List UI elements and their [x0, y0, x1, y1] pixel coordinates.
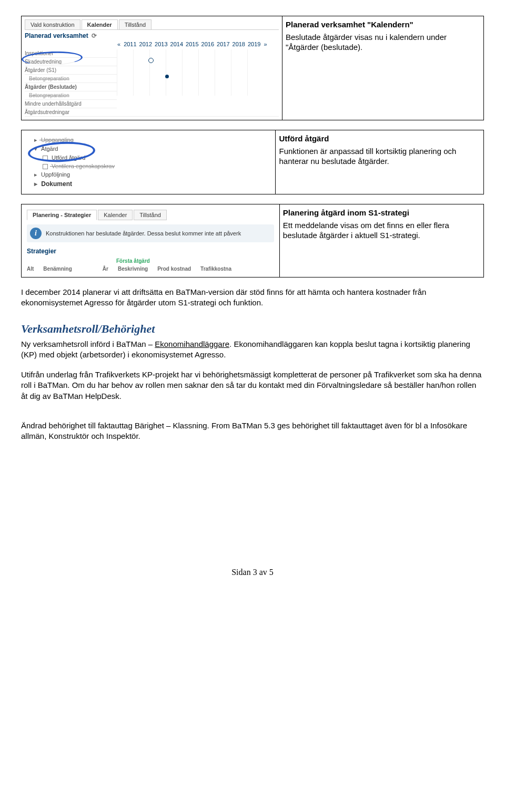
document-icon — [43, 164, 48, 169]
year-nav: « 2011 2012 2013 2014 2015 2016 2017 201… — [117, 41, 279, 47]
paragraph-1: I december 2014 planerar vi att driftsät… — [21, 287, 484, 309]
col-header: Alt — [27, 266, 34, 272]
screenshot-3: Planering - Strategier Kalender Tillstån… — [25, 208, 276, 274]
row-1-body: Beslutade åtgärder visas nu i kalendern … — [286, 32, 480, 53]
screenshot-2: ▸ Uppgangling ▾ Åtgärd Utförd åtgärd Ven… — [25, 133, 272, 191]
row-label: Åtgärder (S1) — [25, 66, 117, 75]
year[interactable]: 2015 — [186, 41, 198, 47]
col-header: Prod kostnad — [157, 266, 191, 272]
column-headers: Alt Benämning År Beskrivning Prod kostna… — [27, 266, 274, 272]
tab-tillstand[interactable]: Tillstånd — [119, 19, 152, 29]
row-label: Åtgärdsutredningar — [25, 108, 117, 117]
tabs-row: Vald konstruktion Kalender Tillstånd — [25, 19, 279, 30]
row-label-sub: Betongreparation — [25, 91, 117, 100]
tabs-row: Planering - Strategier Kalender Tillstån… — [27, 210, 274, 220]
row-2-body: Funktionen är anpassad till kortsiktig p… — [279, 146, 480, 167]
section-heading-verksamhetsroll: Verksamhetsroll/Behörighet — [21, 322, 484, 336]
calendar-grid: Inspektioner Skadeutredning Åtgärder (S1… — [25, 49, 279, 117]
tree-item-dokument[interactable]: ▸ Dokument — [27, 179, 270, 189]
year[interactable]: 2019 — [248, 41, 260, 47]
year[interactable]: 2011 — [124, 41, 136, 47]
strategier-heading: Strategier — [27, 248, 274, 255]
chevron-right-icon: ▸ — [34, 180, 39, 188]
row-3-screenshot-cell: Planering - Strategier Kalender Tillstån… — [22, 204, 280, 277]
subheading: Första åtgärd — [116, 258, 274, 264]
row-3-title: Planering åtgärd inom S1-strategi — [283, 208, 409, 217]
year[interactable]: 2013 — [155, 41, 167, 47]
row-2-text-cell: Utförd åtgärd Funktionen är anpassad til… — [276, 130, 484, 194]
row-1-table: Vald konstruktion Kalender Tillstånd Pla… — [21, 16, 484, 120]
year[interactable]: 2018 — [233, 41, 245, 47]
row-3-body: Ett meddelande visas om det finns en ell… — [283, 220, 480, 241]
row-2-table: ▸ Uppgangling ▾ Åtgärd Utförd åtgärd Ven… — [21, 130, 484, 194]
paragraph-2: Ny verksamhetsroll införd i BaTMan – Eko… — [21, 339, 484, 361]
tree-item[interactable]: ▸ Uppföljning — [27, 170, 270, 179]
col-header: Beskrivning — [118, 266, 148, 272]
row-2-screenshot-cell: ▸ Uppgangling ▾ Åtgärd Utförd åtgärd Ven… — [22, 130, 276, 194]
year[interactable]: 2017 — [217, 41, 229, 47]
row-1-screenshot-cell: Vald konstruktion Kalender Tillstånd Pla… — [22, 16, 282, 120]
col-header: Trafikkostna — [200, 266, 231, 272]
year[interactable]: 2012 — [139, 41, 152, 47]
year[interactable]: 2016 — [201, 41, 214, 47]
chevron-right-icon: ▸ — [34, 171, 39, 178]
year-prev[interactable]: « — [117, 41, 120, 47]
row-2-title: Utförd åtgärd — [279, 134, 329, 143]
row-label-sub: Betongreparation — [25, 75, 117, 83]
screenshot-1: Vald konstruktion Kalender Tillstånd Pla… — [25, 19, 279, 117]
tab-kalender[interactable]: Kalender — [82, 19, 118, 29]
row-3-text-cell: Planering åtgärd inom S1-strategi Ett me… — [279, 204, 483, 277]
tab-tillstand[interactable]: Tillstånd — [134, 210, 167, 220]
tab-vald-konstruktion[interactable]: Vald konstruktion — [25, 19, 80, 29]
info-icon: i — [30, 228, 42, 239]
marker-open-icon — [148, 58, 154, 63]
planerad-verksamhet-heading: Planerad verksamhet ⟳ — [25, 32, 279, 39]
paragraph-3: Utifrån underlag från Trafikverkets KP-p… — [21, 369, 484, 402]
row-3-table: Planering - Strategier Kalender Tillstån… — [21, 204, 484, 277]
year-next[interactable]: » — [264, 41, 267, 47]
info-message: i Konstruktionen har beslutade åtgärder.… — [27, 224, 274, 242]
row-1-title: Planerad verksamhet "Kalendern" — [286, 20, 413, 29]
col-header: Benämning — [43, 266, 72, 272]
chevron-right-icon: ▸ — [34, 137, 39, 143]
row-label-beslutade: Åtgärder (Beslutade) — [25, 83, 117, 91]
col-header: År — [103, 266, 108, 272]
page-footer: Sidan 3 av 5 — [21, 568, 484, 577]
tab-planering-strategier[interactable]: Planering - Strategier — [27, 210, 97, 220]
marker-filled-icon — [165, 75, 169, 78]
paragraph-4: Ändrad behörighet till faktauttag Bärigh… — [21, 420, 484, 442]
refresh-icon[interactable]: ⟳ — [92, 32, 97, 39]
year[interactable]: 2014 — [170, 41, 183, 47]
tree-item[interactable]: Ventilera egenskapskrav — [27, 162, 270, 170]
row-label: Mindre underhållsåtgärd — [25, 100, 117, 108]
info-text: Konstruktionen har beslutade åtgärder. D… — [46, 230, 241, 237]
tab-kalender[interactable]: Kalender — [98, 210, 133, 220]
row-1-text-cell: Planerad verksamhet "Kalendern" Beslutad… — [282, 16, 484, 120]
